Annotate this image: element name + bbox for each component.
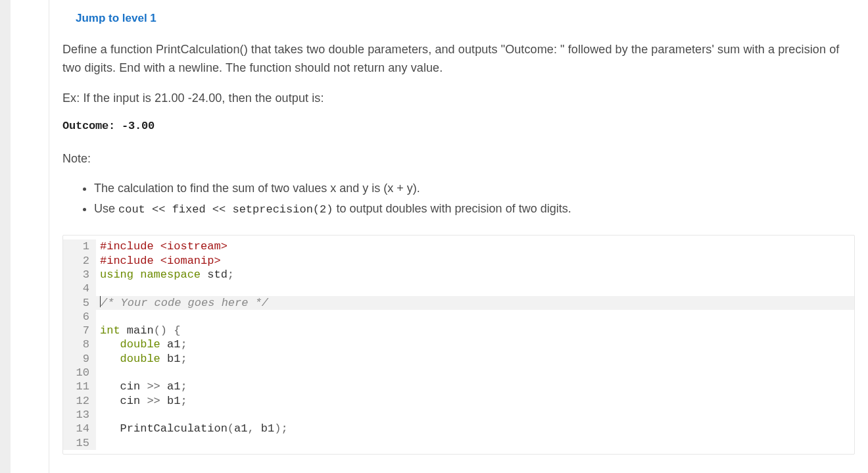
line-number: 10 — [63, 366, 96, 380]
code-line-2: 2 #include <iomanip> — [63, 254, 854, 268]
example-intro: Ex: If the input is 21.00 -24.00, then t… — [62, 89, 855, 108]
note-heading: Note: — [62, 152, 855, 166]
example-output: Outcome: -3.00 — [62, 120, 855, 132]
line-number: 3 — [63, 268, 96, 282]
note-item-1: The calculation to find the sum of two v… — [94, 179, 855, 199]
code-content[interactable] — [96, 436, 854, 450]
note-2-code: cout << fixed << setprecision(2) — [118, 203, 333, 216]
left-rail — [0, 0, 11, 473]
code-content[interactable] — [96, 310, 854, 324]
code-editor[interactable]: 1 #include <iostream> 2 #include <iomani… — [62, 235, 855, 454]
line-number: 15 — [63, 436, 96, 450]
line-number: 14 — [63, 422, 96, 436]
note-item-2: Use cout << fixed << setprecision(2) to … — [94, 199, 855, 219]
code-line-10: 10 — [63, 366, 854, 380]
note-2-prefix: Use — [94, 202, 118, 215]
line-number: 7 — [63, 324, 96, 337]
code-content[interactable]: #include <iostream> — [96, 239, 854, 253]
code-content[interactable]: PrintCalculation(a1, b1); — [96, 422, 854, 436]
code-line-11: 11 cin >> a1; — [63, 380, 854, 393]
line-number: 12 — [63, 394, 96, 408]
code-content[interactable]: double b1; — [96, 352, 854, 366]
content-panel: Jump to level 1 Define a function PrintC… — [49, 0, 868, 473]
code-line-13: 13 — [63, 408, 854, 422]
code-content[interactable]: double a1; — [96, 337, 854, 351]
code-content[interactable]: /* Your code goes here */ — [96, 296, 854, 310]
code-line-14: 14 PrintCalculation(a1, b1); — [63, 422, 854, 436]
line-number: 8 — [63, 337, 96, 351]
jump-to-level-link[interactable]: Jump to level 1 — [76, 12, 855, 25]
line-number: 6 — [63, 310, 96, 324]
line-number: 11 — [63, 380, 96, 393]
code-content[interactable]: cin >> a1; — [96, 380, 854, 393]
code-content[interactable] — [96, 366, 854, 380]
line-number: 2 — [63, 254, 96, 268]
code-line-15: 15 — [63, 436, 854, 450]
code-content[interactable]: using namespace std; — [96, 268, 854, 282]
code-line-4: 4 — [63, 282, 854, 295]
note-2-suffix: to output doubles with precision of two … — [333, 202, 571, 215]
code-line-9: 9 double b1; — [63, 352, 854, 366]
code-content[interactable]: #include <iomanip> — [96, 254, 854, 268]
code-line-6: 6 — [63, 310, 854, 324]
content-gutter — [11, 0, 49, 473]
code-line-12: 12 cin >> b1; — [63, 394, 854, 408]
line-number: 5 — [63, 296, 96, 310]
line-number: 4 — [63, 282, 96, 295]
notes-list: The calculation to find the sum of two v… — [94, 179, 855, 221]
code-line-7: 7 int main() { — [63, 324, 854, 337]
code-line-8: 8 double a1; — [63, 337, 854, 351]
line-number: 13 — [63, 408, 96, 422]
code-line-1: 1 #include <iostream> — [63, 239, 854, 253]
code-line-3: 3 using namespace std; — [63, 268, 854, 282]
code-content[interactable]: cin >> b1; — [96, 394, 854, 408]
code-content[interactable]: int main() { — [96, 324, 854, 337]
code-content[interactable] — [96, 408, 854, 422]
line-number: 1 — [63, 239, 96, 253]
problem-description: Define a function PrintCalculation() tha… — [62, 41, 855, 78]
line-number: 9 — [63, 352, 96, 366]
code-line-5-active: 5 /* Your code goes here */ — [63, 296, 854, 310]
code-content[interactable] — [96, 282, 854, 295]
